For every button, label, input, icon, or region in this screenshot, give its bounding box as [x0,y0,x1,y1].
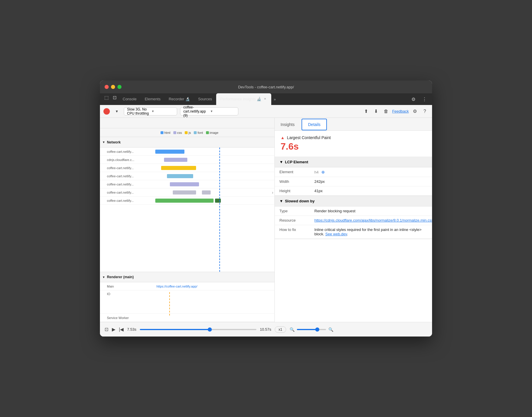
tab-overflow-button[interactable]: » [271,93,278,105]
main-content: 7,200ms 8,000m ▲ LCP [100,118,432,322]
lcp-element-section: ▼ LCP Element Element h4 ⊕ Width 242px [275,157,432,196]
bar-segment [167,174,193,178]
tabs-bar-right: ⚙ ⋮ [409,93,430,105]
network-rows-container: coffee-cart.netlify... cdnjs.cloudflare.… [100,148,274,272]
timeline-header: 7,200ms 8,000m ▲ LCP [100,118,274,128]
zoom-slider-track[interactable] [297,329,326,330]
slowed-section-header[interactable]: ▼ Slowed down by [275,196,432,206]
renderer-main-link[interactable]: https://coffee-cart.netlify.app/ [155,285,274,288]
renderer-io-bar-area [155,292,274,316]
minimize-button[interactable] [111,85,115,89]
help-icon[interactable]: ? [421,108,429,115]
network-row-6-bar: › [155,188,274,196]
lcp-warning-icon: ▲ [281,135,285,140]
screenshot-icon[interactable]: ⊡ [105,327,108,332]
delete-button[interactable]: 🗑 [382,108,390,115]
network-row-7-bar [155,197,274,204]
target-dropdown[interactable]: coffee-cart.netlify.app (9) ▼ [180,107,238,115]
play-icon[interactable]: ▶ [112,327,115,332]
slowed-triangle-icon: ▼ [279,199,283,203]
import-button[interactable]: ⬆ [362,108,370,115]
legend-html: html [161,131,170,134]
network-row-5-label: coffee-cart.netlify... [100,183,155,186]
zoom-out-icon[interactable]: 🔍 [290,327,295,332]
io-vertical-line [169,292,170,316]
toolbar-right: ⬆ ⬇ 🗑 Feedback ⚙ ? [362,108,429,115]
network-row-7: coffee-cart.netlify... [100,197,274,205]
renderer-io-label: IO [100,292,155,296]
traffic-lights [105,85,121,89]
how-to-fix-row: How to fix Inline critical styles requir… [275,225,432,239]
bar-segment [155,150,184,154]
network-row-6: coffee-cart.netlify... › [100,188,274,197]
record-arrow-icon[interactable]: ▼ [113,107,121,115]
renderer-row-io: IO [100,290,274,314]
target-dropdown-arrow-icon: ▼ [210,110,235,113]
element-row: Element h4 ⊕ [275,167,432,177]
bar-segment [202,190,211,195]
inspect-element-icon[interactable]: ⊕ [321,170,325,174]
zoom-slider-thumb[interactable] [315,327,319,332]
slider-track[interactable] [140,329,256,330]
network-row-2: cdnjs.cloudflare.c... [100,156,274,164]
lcp-element-section-header[interactable]: ▼ LCP Element [275,157,432,167]
tab-performance-insights[interactable]: Performance insights 🔬 ✕ [216,93,272,105]
h4-tag: h4 [314,170,318,174]
bar-segment [215,199,221,203]
more-options-icon[interactable]: ⋮ [420,95,429,103]
feedback-link[interactable]: Feedback [392,109,409,113]
bar-segment [170,182,199,186]
legend-image-color [206,131,209,134]
network-row-5-bar [155,180,274,188]
renderer-rows: Main https://coffee-cart.netlify.app/ IO… [100,282,274,322]
settings-gear-icon[interactable]: ⚙ [411,108,419,115]
tab-console[interactable]: Console [119,93,141,105]
export-button[interactable]: ⬇ [372,108,380,115]
network-row-1: coffee-cart.netlify... [100,148,274,156]
tab-sources[interactable]: Sources [194,93,216,105]
inspect-icon[interactable]: ⊡ [110,93,119,101]
zoom-in-icon[interactable]: 🔍 [328,327,333,332]
network-throttle-dropdown[interactable]: Slow 3G, No CPU throttling ▼ [124,107,177,115]
panel-tabs: Insights Details [275,118,432,131]
record-button[interactable] [103,108,110,115]
bar-segment [161,166,196,170]
speed-badge[interactable]: x1 [275,326,286,333]
tab-recorder[interactable]: Recorder 🔬 [165,93,194,105]
toolbar: ▼ Slow 3G, No CPU throttling ▼ coffee-ca… [100,105,432,118]
see-web-dev-link[interactable]: See web.dev [325,232,347,236]
legend-css-color [173,131,176,134]
skip-to-start-icon[interactable]: |◀ [119,327,124,332]
close-button[interactable] [105,85,109,89]
network-row-6-label: coffee-cart.netlify... [100,191,155,194]
tab-elements[interactable]: Elements [141,93,165,105]
renderer-triangle-icon: ▼ [102,276,105,279]
type-row: Type Render blocking request [275,206,432,216]
bar-segment [173,190,196,195]
renderer-section-header[interactable]: ▼ Renderer (main) [100,272,274,282]
slider-thumb[interactable] [208,327,212,332]
resource-link[interactable]: https://cdnjs.cloudflare.com/ajax/libs/n… [314,218,432,222]
network-row-2-bar [155,156,274,164]
lcp-insight: ▲ Largest Contentful Paint 7.6s [275,131,432,157]
cursor-icon[interactable]: ⬚ [102,93,110,101]
window-title: DevTools - coffee-cart.netlify.app/ [238,85,294,89]
network-row-3: coffee-cart.netlify... [100,164,274,172]
width-value: 242px [314,179,427,184]
height-row: Height 41px [275,186,432,196]
tab-details[interactable]: Details [302,119,327,130]
tab-close-icon[interactable]: ✕ [263,97,267,101]
element-value: h4 ⊕ [314,170,427,174]
tab-insights[interactable]: Insights [275,119,300,130]
slowed-section: ▼ Slowed down by Type Render blocking re… [275,196,432,239]
height-value: 41px [314,189,427,193]
right-panel: Insights Details ▲ Largest Contentful Pa… [275,118,432,322]
settings-icon[interactable]: ⚙ [409,95,418,103]
chevron-right-icon[interactable]: › [272,190,273,195]
playback-slider[interactable] [140,329,256,330]
legend-font: font [194,131,203,134]
network-row-5: coffee-cart.netlify... [100,180,274,188]
network-section-header[interactable]: ▼ Network [100,137,274,148]
maximize-button[interactable] [117,85,121,89]
title-bar: DevTools - coffee-cart.netlify.app/ [100,80,432,93]
